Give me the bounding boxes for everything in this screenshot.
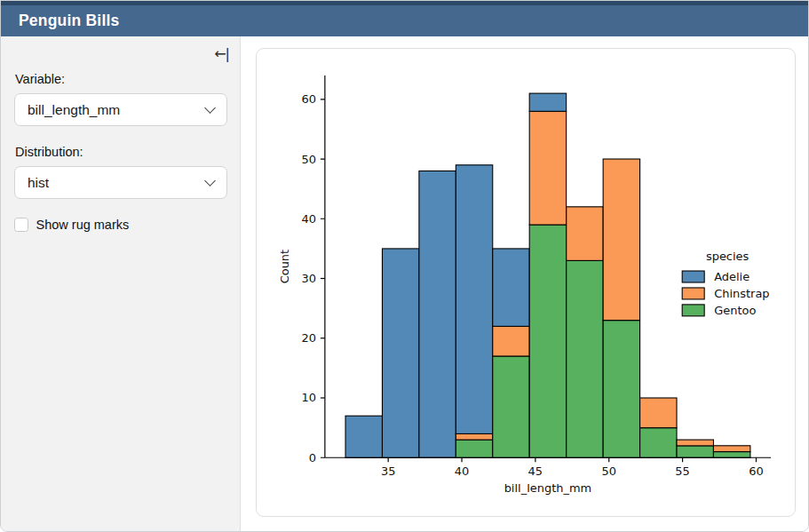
bar-segment <box>529 111 566 225</box>
bar-segment <box>529 93 566 111</box>
histogram-svg: 354045505560bill_length_mm0102030405060C… <box>257 49 795 516</box>
checkbox-box[interactable] <box>14 218 28 232</box>
sidebar-collapse-icon: ←| <box>214 45 229 62</box>
bar-segment <box>677 446 713 457</box>
bar-segment <box>529 225 566 457</box>
legend-title: species <box>706 250 750 263</box>
legend-entry-label: Chinstrap <box>714 287 769 300</box>
histogram-chart: 354045505560bill_length_mm0102030405060C… <box>257 49 795 516</box>
x-tick-label: 50 <box>601 465 616 478</box>
legend-swatch <box>682 271 704 282</box>
y-tick-label: 30 <box>301 272 316 285</box>
bar-segment <box>713 446 750 452</box>
bar-segment <box>713 452 750 458</box>
variable-select-value: bill_length_mm <box>28 102 120 118</box>
bar-segment <box>493 326 529 356</box>
show-rug-label: Show rug marks <box>36 218 130 232</box>
distribution-select-value: hist <box>28 175 49 191</box>
main-content: 354045505560bill_length_mm0102030405060C… <box>241 36 808 531</box>
variable-label: Variable: <box>15 72 227 86</box>
legend-swatch <box>682 288 704 299</box>
legend: speciesAdelieChinstrapGentoo <box>682 250 769 317</box>
legend-entry-label: Gentoo <box>714 304 756 317</box>
bar-segment <box>567 207 603 261</box>
chevron-down-icon <box>204 102 216 114</box>
bar-segment <box>345 416 382 457</box>
app-window: Penguin Bills ←| Variable: bill_length_m… <box>0 0 809 532</box>
bar-segment <box>456 165 492 434</box>
y-tick-label: 0 <box>309 451 316 465</box>
distribution-select[interactable]: hist <box>14 166 227 199</box>
bar-segment <box>382 249 418 457</box>
legend-swatch <box>682 305 704 316</box>
bar-segment <box>640 398 677 428</box>
app-header: Penguin Bills <box>1 1 808 36</box>
bar-segment <box>603 159 639 321</box>
variable-select[interactable]: bill_length_mm <box>14 93 227 126</box>
y-axis-label: Count <box>278 250 291 283</box>
x-tick-label: 55 <box>675 465 690 478</box>
distribution-label: Distribution: <box>15 145 227 159</box>
app-title: Penguin Bills <box>1 8 119 30</box>
chevron-down-icon <box>204 175 216 187</box>
bar-segment <box>493 249 529 326</box>
x-axis: 354045505560bill_length_mm <box>381 457 764 495</box>
bar-segment <box>603 321 639 458</box>
bar-segment <box>640 428 677 458</box>
x-axis-label: bill_length_mm <box>504 481 592 495</box>
y-tick-label: 10 <box>301 392 316 405</box>
bar-segment <box>456 440 492 457</box>
y-axis: 0102030405060Count <box>278 92 325 464</box>
sidebar-collapse-button[interactable]: ←| <box>214 47 229 61</box>
x-tick-label: 40 <box>455 465 470 478</box>
bar-segment <box>419 171 456 457</box>
header-accent-bar <box>1 1 808 5</box>
sidebar: ←| Variable: bill_length_mm Distribution… <box>1 36 241 531</box>
app-body: ←| Variable: bill_length_mm Distribution… <box>1 36 808 531</box>
bar-segment <box>493 356 529 457</box>
x-tick-label: 35 <box>381 465 396 478</box>
legend-entry-label: Adelie <box>714 270 750 283</box>
x-tick-label: 45 <box>528 465 543 478</box>
x-tick-label: 60 <box>749 465 764 478</box>
y-tick-label: 50 <box>301 153 316 166</box>
bar-segment <box>567 260 603 457</box>
show-rug-checkbox[interactable]: Show rug marks <box>14 218 227 232</box>
y-tick-label: 40 <box>301 212 316 226</box>
bar-segment <box>456 433 492 440</box>
bar-segment <box>677 440 713 446</box>
plot-card: 354045505560bill_length_mm0102030405060C… <box>256 48 796 517</box>
y-tick-label: 20 <box>301 331 316 345</box>
y-tick-label: 60 <box>301 92 316 106</box>
